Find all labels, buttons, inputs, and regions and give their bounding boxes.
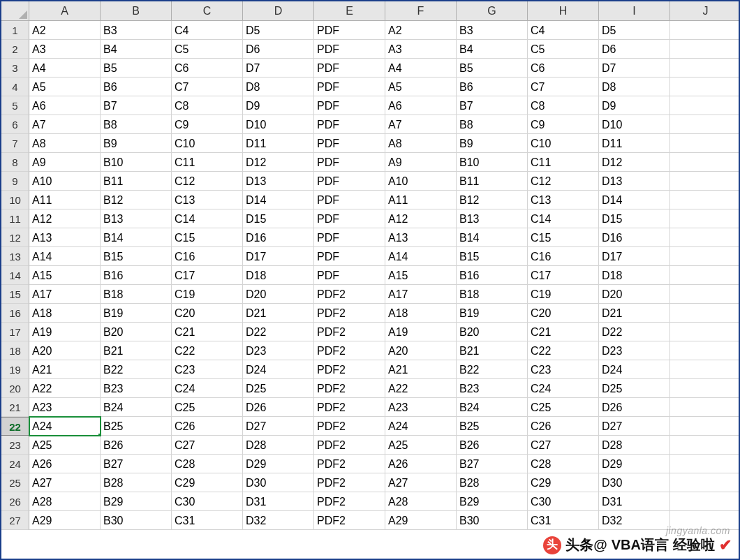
cell[interactable]: C8: [172, 96, 243, 115]
cell[interactable]: [670, 172, 740, 191]
cell[interactable]: A11: [29, 191, 101, 209]
cell[interactable]: D29: [243, 455, 314, 473]
cell[interactable]: B18: [101, 285, 172, 304]
column-header-G[interactable]: G: [457, 1, 528, 21]
cell[interactable]: C26: [172, 417, 243, 436]
cell[interactable]: B25: [457, 417, 528, 436]
cell[interactable]: C30: [172, 492, 243, 511]
cell[interactable]: C27: [528, 436, 599, 455]
cell[interactable]: B8: [101, 115, 172, 134]
cell[interactable]: D12: [599, 153, 670, 172]
cell[interactable]: A27: [385, 473, 457, 492]
row-header[interactable]: 16: [1, 304, 29, 323]
cell[interactable]: PDF2: [314, 341, 385, 360]
cell[interactable]: C23: [528, 360, 599, 379]
cell[interactable]: [670, 191, 740, 209]
spreadsheet-grid[interactable]: ABCDEFGHIJ1A2B3C4D5PDFA2B3C4D52A3B4C5D6P…: [1, 1, 739, 530]
cell[interactable]: B3: [457, 21, 528, 40]
row-header[interactable]: 14: [1, 266, 29, 285]
cell[interactable]: A18: [385, 304, 457, 323]
cell[interactable]: A18: [29, 304, 101, 323]
cell[interactable]: C12: [528, 172, 599, 191]
cell[interactable]: [670, 247, 740, 266]
cell[interactable]: C31: [528, 511, 599, 530]
cell[interactable]: C19: [528, 285, 599, 304]
cell[interactable]: A21: [385, 360, 457, 379]
cell[interactable]: C7: [172, 78, 243, 96]
cell[interactable]: PDF: [314, 115, 385, 134]
cell[interactable]: C30: [528, 492, 599, 511]
cell[interactable]: B19: [457, 304, 528, 323]
cell[interactable]: B15: [101, 247, 172, 266]
cell[interactable]: [670, 134, 740, 153]
cell[interactable]: PDF2: [314, 473, 385, 492]
cell[interactable]: A12: [385, 209, 457, 228]
cell[interactable]: [670, 153, 740, 172]
cell[interactable]: A26: [29, 455, 101, 473]
row-header[interactable]: 7: [1, 134, 29, 153]
cell[interactable]: A19: [385, 323, 457, 341]
cell[interactable]: A22: [385, 379, 457, 398]
cell[interactable]: B9: [457, 134, 528, 153]
cell[interactable]: D18: [599, 266, 670, 285]
row-header[interactable]: 5: [1, 96, 29, 115]
cell[interactable]: [670, 398, 740, 417]
cell[interactable]: A6: [29, 96, 101, 115]
cell[interactable]: D24: [599, 360, 670, 379]
cell[interactable]: D21: [243, 304, 314, 323]
cell[interactable]: D11: [243, 134, 314, 153]
cell[interactable]: D16: [599, 228, 670, 247]
cell[interactable]: A2: [385, 21, 457, 40]
cell[interactable]: B6: [457, 78, 528, 96]
cell[interactable]: C25: [172, 398, 243, 417]
cell[interactable]: PDF: [314, 40, 385, 59]
cell[interactable]: B22: [101, 360, 172, 379]
cell[interactable]: D15: [599, 209, 670, 228]
cell[interactable]: D7: [243, 59, 314, 78]
cell[interactable]: B20: [457, 323, 528, 341]
cell[interactable]: D23: [243, 341, 314, 360]
cell[interactable]: A28: [29, 492, 101, 511]
cell[interactable]: B5: [457, 59, 528, 78]
cell[interactable]: A26: [385, 455, 457, 473]
cell[interactable]: A17: [29, 285, 101, 304]
cell[interactable]: C22: [528, 341, 599, 360]
cell[interactable]: [670, 21, 740, 40]
cell[interactable]: [670, 492, 740, 511]
cell[interactable]: D32: [243, 511, 314, 530]
cell[interactable]: B7: [101, 96, 172, 115]
cell[interactable]: PDF: [314, 228, 385, 247]
cell[interactable]: A21: [29, 360, 101, 379]
cell[interactable]: C6: [172, 59, 243, 78]
cell[interactable]: D6: [599, 40, 670, 59]
cell[interactable]: C20: [172, 304, 243, 323]
cell[interactable]: [670, 455, 740, 473]
cell[interactable]: B25: [101, 417, 172, 436]
cell[interactable]: C14: [528, 209, 599, 228]
cell[interactable]: B16: [457, 266, 528, 285]
cell[interactable]: C17: [528, 266, 599, 285]
row-header[interactable]: 6: [1, 115, 29, 134]
cell[interactable]: PDF: [314, 21, 385, 40]
cell[interactable]: D25: [599, 379, 670, 398]
cell[interactable]: A7: [385, 115, 457, 134]
cell[interactable]: [670, 266, 740, 285]
cell[interactable]: [670, 115, 740, 134]
cell[interactable]: PDF2: [314, 379, 385, 398]
cell[interactable]: [670, 304, 740, 323]
cell[interactable]: D29: [599, 455, 670, 473]
cell[interactable]: B21: [101, 341, 172, 360]
cell[interactable]: B11: [101, 172, 172, 191]
cell[interactable]: C21: [528, 323, 599, 341]
cell[interactable]: C7: [528, 78, 599, 96]
cell[interactable]: C26: [528, 417, 599, 436]
column-header-A[interactable]: A: [29, 1, 101, 21]
cell[interactable]: A12: [29, 209, 101, 228]
cell[interactable]: D30: [599, 473, 670, 492]
row-header[interactable]: 24: [1, 455, 29, 473]
cell[interactable]: A14: [385, 247, 457, 266]
cell[interactable]: A5: [385, 78, 457, 96]
cell[interactable]: C24: [172, 379, 243, 398]
cell[interactable]: C16: [528, 247, 599, 266]
cell[interactable]: PDF2: [314, 304, 385, 323]
